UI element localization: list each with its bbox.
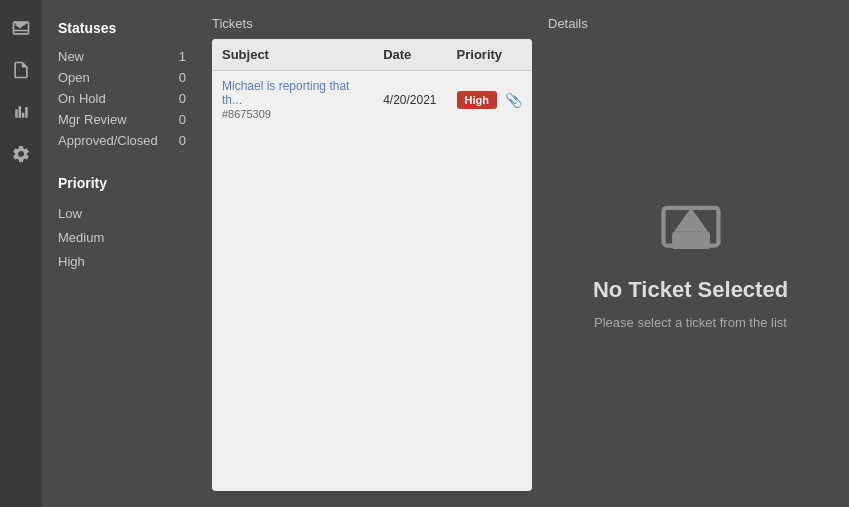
status-on-hold-label: On Hold: [58, 91, 106, 106]
col-date: Date: [373, 39, 446, 71]
statuses-section: Statuses New 1 Open 0 On Hold 0 Mgr Revi…: [58, 20, 186, 151]
tickets-table-container: Subject Date Priority Michael is reporti…: [212, 39, 532, 491]
ticket-date-cell: 4/20/2021: [373, 71, 446, 130]
priority-cell: High 📎: [457, 91, 522, 109]
sidebar: Statuses New 1 Open 0 On Hold 0 Mgr Revi…: [42, 0, 202, 507]
inbox-nav-icon[interactable]: [3, 10, 39, 46]
priority-high[interactable]: High: [58, 249, 186, 273]
status-open-label: Open: [58, 70, 90, 85]
no-ticket-subtitle: Please select a ticket from the list: [594, 315, 787, 330]
ticket-id: #8675309: [222, 108, 271, 120]
status-approved-closed[interactable]: Approved/Closed 0: [58, 130, 186, 151]
svg-marker-2: [673, 207, 707, 231]
ticket-priority-cell: High 📎: [447, 71, 532, 130]
status-new[interactable]: New 1: [58, 46, 186, 67]
priority-high-label: High: [58, 254, 85, 269]
ticket-subject-link[interactable]: Michael is reporting that th...: [222, 79, 363, 107]
status-mgr-review-label: Mgr Review: [58, 112, 127, 127]
details-panel: Details No Ticket Selected Please select…: [548, 16, 833, 491]
no-ticket-title: No Ticket Selected: [593, 277, 788, 303]
tickets-panel-title: Tickets: [212, 16, 532, 31]
priority-section: Priority Low Medium High: [58, 175, 186, 273]
col-subject: Subject: [212, 39, 373, 71]
document-nav-icon[interactable]: [3, 52, 39, 88]
inbox-empty-icon: [656, 201, 726, 265]
status-approved-closed-count: 0: [179, 133, 186, 148]
chart-nav-icon[interactable]: [3, 94, 39, 130]
status-new-label: New: [58, 49, 84, 64]
priority-title: Priority: [58, 175, 186, 191]
col-priority: Priority: [447, 39, 532, 71]
status-mgr-review[interactable]: Mgr Review 0: [58, 109, 186, 130]
status-open[interactable]: Open 0: [58, 67, 186, 88]
status-on-hold[interactable]: On Hold 0: [58, 88, 186, 109]
priority-medium-label: Medium: [58, 230, 104, 245]
priority-medium[interactable]: Medium: [58, 225, 186, 249]
ticket-subject-cell: Michael is reporting that th... #8675309: [212, 71, 373, 130]
main-content: Tickets Subject Date Priority Michael i: [202, 0, 849, 507]
priority-badge: High: [457, 91, 497, 109]
priority-low-label: Low: [58, 206, 82, 221]
tickets-panel: Tickets Subject Date Priority Michael i: [212, 16, 532, 491]
panels: Tickets Subject Date Priority Michael i: [212, 16, 833, 491]
status-on-hold-count: 0: [179, 91, 186, 106]
status-mgr-review-count: 0: [179, 112, 186, 127]
icon-bar: [0, 0, 42, 507]
details-empty-state: No Ticket Selected Please select a ticke…: [548, 39, 833, 491]
tickets-table-header: Subject Date Priority: [212, 39, 532, 71]
svg-rect-1: [672, 231, 710, 248]
status-open-count: 0: [179, 70, 186, 85]
statuses-title: Statuses: [58, 20, 186, 36]
details-panel-title: Details: [548, 16, 833, 31]
tickets-table: Subject Date Priority Michael is reporti…: [212, 39, 532, 129]
attachment-icon: 📎: [505, 92, 522, 108]
priority-low[interactable]: Low: [58, 201, 186, 225]
status-new-count: 1: [179, 49, 186, 64]
status-approved-closed-label: Approved/Closed: [58, 133, 158, 148]
table-row[interactable]: Michael is reporting that th... #8675309…: [212, 71, 532, 130]
settings-nav-icon[interactable]: [3, 136, 39, 172]
